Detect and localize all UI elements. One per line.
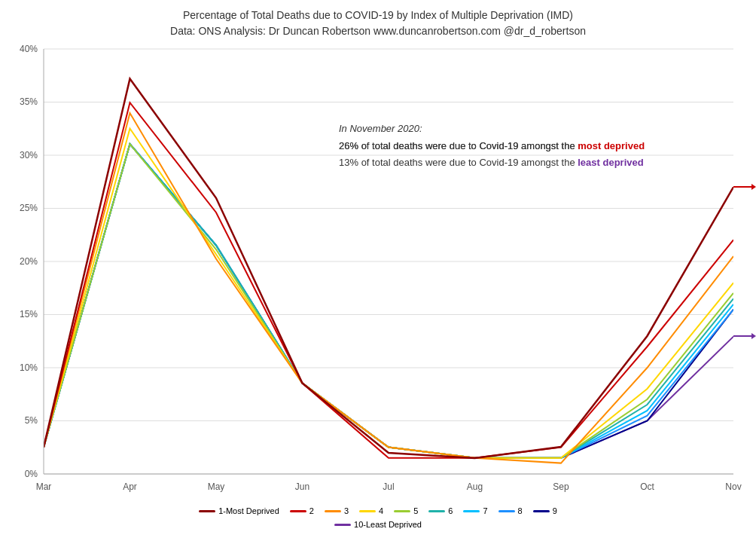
svg-text:Mar: Mar — [36, 481, 52, 492]
svg-text:Jun: Jun — [295, 481, 309, 492]
svg-text:Sep: Sep — [553, 481, 569, 492]
legend-item-6: 6 — [428, 506, 453, 515]
legend-color-7 — [463, 510, 480, 512]
legend-color-2 — [290, 510, 306, 512]
legend-color-5 — [394, 510, 410, 512]
legend-label-3: 3 — [344, 506, 349, 515]
legend-label-2: 2 — [309, 506, 314, 515]
svg-marker-33 — [751, 184, 756, 190]
svg-text:25%: 25% — [20, 203, 38, 213]
legend-label-6: 6 — [448, 506, 453, 515]
legend-item-9: 9 — [533, 506, 557, 515]
svg-text:30%: 30% — [20, 150, 38, 160]
svg-text:Oct: Oct — [640, 481, 654, 492]
svg-text:20%: 20% — [20, 256, 38, 267]
svg-text:Jul: Jul — [383, 481, 394, 492]
legend-label-8: 8 — [518, 506, 523, 515]
legend-item-3: 3 — [325, 506, 349, 515]
legend-item-8: 8 — [498, 506, 523, 515]
legend-label-5: 5 — [413, 506, 418, 515]
chart-container: Percentage of Total Deaths due to COVID-… — [0, 0, 756, 538]
legend-color-1 — [199, 510, 215, 512]
svg-text:15%: 15% — [20, 309, 38, 319]
legend-label-4: 4 — [379, 506, 383, 515]
svg-text:In November 2020:: In November 2020: — [339, 123, 422, 134]
svg-text:40%: 40% — [20, 44, 38, 54]
legend-item-2: 2 — [290, 506, 314, 515]
legend-item-1: 1-Most Deprived — [199, 506, 279, 515]
svg-marker-35 — [751, 333, 756, 339]
legend-item-10: 10-Least Deprived — [334, 520, 422, 529]
svg-text:10%: 10% — [20, 362, 38, 373]
legend-label-10: 10-Least Deprived — [354, 520, 422, 529]
legend-color-3 — [325, 510, 341, 512]
legend-label-9: 9 — [553, 506, 557, 515]
legend-item-5: 5 — [394, 506, 418, 515]
legend-label-1: 1-Most Deprived — [218, 506, 279, 515]
legend-color-10 — [334, 524, 351, 526]
chart-legend: 1-Most Deprived 2 3 4 5 6 7 8 — [189, 506, 567, 529]
svg-text:0%: 0% — [25, 469, 38, 479]
svg-text:Aug: Aug — [467, 481, 483, 492]
svg-text:26% of total deaths were due t: 26% of total deaths were due to Covid-19… — [339, 140, 645, 151]
svg-text:13% of total deaths were due t: 13% of total deaths were due to Covid-19… — [339, 157, 644, 168]
legend-color-4 — [359, 510, 376, 512]
svg-text:Nov: Nov — [725, 481, 741, 492]
legend-item-7: 7 — [463, 506, 487, 515]
legend-color-6 — [428, 510, 445, 512]
legend-color-9 — [533, 510, 550, 512]
svg-text:Apr: Apr — [123, 481, 137, 492]
legend-label-7: 7 — [483, 506, 487, 515]
legend-item-4: 4 — [359, 506, 383, 515]
svg-text:35%: 35% — [20, 96, 38, 107]
svg-text:May: May — [208, 481, 225, 492]
legend-color-8 — [498, 510, 515, 512]
svg-text:5%: 5% — [25, 415, 38, 426]
